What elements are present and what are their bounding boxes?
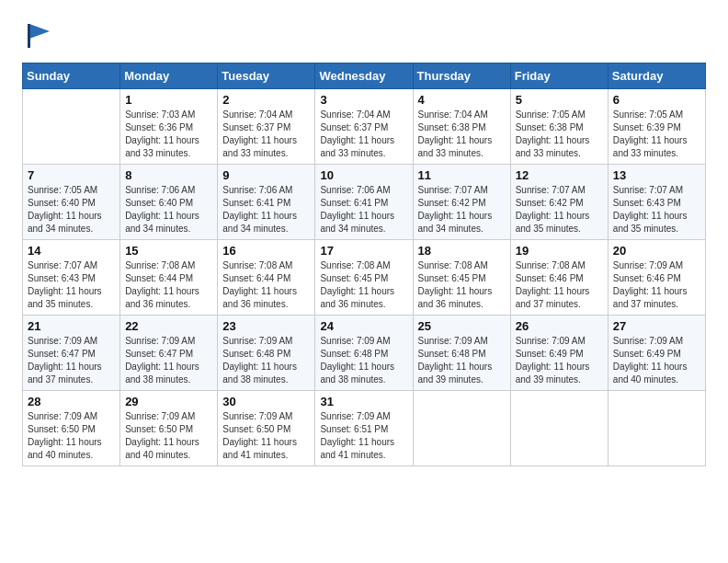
col-header-friday: Friday [510,63,608,89]
day-info: Sunrise: 7:04 AM Sunset: 6:38 PM Dayligh… [418,109,506,160]
day-info: Sunrise: 7:05 AM Sunset: 6:38 PM Dayligh… [516,109,603,160]
day-number: 6 [613,93,700,107]
day-cell: 9Sunrise: 7:06 AM Sunset: 6:41 PM Daylig… [218,165,315,240]
day-cell: 2Sunrise: 7:04 AM Sunset: 6:37 PM Daylig… [218,89,315,165]
day-cell: 10Sunrise: 7:06 AM Sunset: 6:41 PM Dayli… [315,165,413,240]
day-number: 27 [613,319,700,333]
day-cell: 5Sunrise: 7:05 AM Sunset: 6:38 PM Daylig… [510,89,608,165]
col-header-monday: Monday [120,63,218,89]
day-number: 30 [222,395,310,408]
day-number: 4 [418,93,506,107]
day-info: Sunrise: 7:09 AM Sunset: 6:47 PM Dayligh… [125,335,212,386]
day-info: Sunrise: 7:07 AM Sunset: 6:42 PM Dayligh… [516,184,603,236]
day-cell: 27Sunrise: 7:09 AM Sunset: 6:49 PM Dayli… [608,316,705,391]
day-info: Sunrise: 7:09 AM Sunset: 6:50 PM Dayligh… [125,410,212,462]
day-info: Sunrise: 7:08 AM Sunset: 6:45 PM Dayligh… [320,259,407,311]
logo [22,18,59,52]
day-number: 15 [125,244,212,258]
day-number: 21 [28,319,115,333]
page: SundayMondayTuesdayWednesdayThursdayFrid… [0,0,728,563]
day-number: 5 [516,93,603,107]
day-number: 9 [222,168,310,182]
day-cell: 23Sunrise: 7:09 AM Sunset: 6:48 PM Dayli… [218,316,315,391]
header [22,18,706,52]
day-cell: 30Sunrise: 7:09 AM Sunset: 6:50 PM Dayli… [218,391,315,466]
day-cell: 3Sunrise: 7:04 AM Sunset: 6:37 PM Daylig… [315,89,413,165]
day-info: Sunrise: 7:09 AM Sunset: 6:48 PM Dayligh… [320,335,407,386]
calendar-table: SundayMondayTuesdayWednesdayThursdayFrid… [22,63,706,466]
header-row: SundayMondayTuesdayWednesdayThursdayFrid… [23,63,706,89]
day-cell: 31Sunrise: 7:09 AM Sunset: 6:51 PM Dayli… [315,391,413,466]
day-cell [608,391,705,466]
week-row-0: 1Sunrise: 7:03 AM Sunset: 6:36 PM Daylig… [23,89,706,165]
day-number: 12 [516,168,603,182]
day-cell: 8Sunrise: 7:06 AM Sunset: 6:40 PM Daylig… [120,165,218,240]
day-cell: 18Sunrise: 7:08 AM Sunset: 6:45 PM Dayli… [413,240,510,316]
day-number: 22 [125,319,212,333]
day-number: 1 [125,93,212,107]
day-cell: 21Sunrise: 7:09 AM Sunset: 6:47 PM Dayli… [23,316,120,391]
day-cell [510,391,608,466]
day-info: Sunrise: 7:09 AM Sunset: 6:50 PM Dayligh… [28,410,115,462]
day-number: 11 [418,168,506,182]
week-row-4: 28Sunrise: 7:09 AM Sunset: 6:50 PM Dayli… [23,391,706,466]
day-number: 16 [222,244,310,258]
col-header-wednesday: Wednesday [315,63,413,89]
day-cell [23,89,120,165]
day-number: 20 [613,244,700,258]
day-cell: 14Sunrise: 7:07 AM Sunset: 6:43 PM Dayli… [23,240,120,316]
day-number: 19 [516,244,603,258]
day-info: Sunrise: 7:07 AM Sunset: 6:43 PM Dayligh… [613,184,700,236]
week-row-2: 14Sunrise: 7:07 AM Sunset: 6:43 PM Dayli… [23,240,706,316]
day-info: Sunrise: 7:05 AM Sunset: 6:40 PM Dayligh… [28,184,115,236]
day-info: Sunrise: 7:09 AM Sunset: 6:49 PM Dayligh… [613,335,700,386]
day-info: Sunrise: 7:09 AM Sunset: 6:49 PM Dayligh… [516,335,603,386]
day-info: Sunrise: 7:09 AM Sunset: 6:46 PM Dayligh… [613,259,700,311]
day-number: 18 [418,244,506,258]
day-info: Sunrise: 7:07 AM Sunset: 6:42 PM Dayligh… [418,184,506,236]
day-info: Sunrise: 7:09 AM Sunset: 6:48 PM Dayligh… [222,335,310,386]
day-info: Sunrise: 7:04 AM Sunset: 6:37 PM Dayligh… [320,109,407,160]
day-number: 24 [320,319,407,333]
day-info: Sunrise: 7:04 AM Sunset: 6:37 PM Dayligh… [222,109,310,160]
day-cell: 20Sunrise: 7:09 AM Sunset: 6:46 PM Dayli… [608,240,705,316]
day-number: 25 [418,319,506,333]
day-info: Sunrise: 7:08 AM Sunset: 6:45 PM Dayligh… [418,259,506,311]
day-cell: 15Sunrise: 7:08 AM Sunset: 6:44 PM Dayli… [120,240,218,316]
day-cell [413,391,510,466]
day-info: Sunrise: 7:09 AM Sunset: 6:51 PM Dayligh… [320,410,407,462]
day-info: Sunrise: 7:08 AM Sunset: 6:44 PM Dayligh… [125,259,212,311]
svg-marker-0 [29,24,50,39]
day-cell: 1Sunrise: 7:03 AM Sunset: 6:36 PM Daylig… [120,89,218,165]
day-cell: 19Sunrise: 7:08 AM Sunset: 6:46 PM Dayli… [510,240,608,316]
day-info: Sunrise: 7:08 AM Sunset: 6:44 PM Dayligh… [222,259,310,311]
week-row-1: 7Sunrise: 7:05 AM Sunset: 6:40 PM Daylig… [23,165,706,240]
day-cell: 29Sunrise: 7:09 AM Sunset: 6:50 PM Dayli… [120,391,218,466]
day-number: 8 [125,168,212,182]
day-info: Sunrise: 7:08 AM Sunset: 6:46 PM Dayligh… [516,259,603,311]
svg-rect-1 [28,24,30,48]
col-header-thursday: Thursday [413,63,510,89]
col-header-tuesday: Tuesday [218,63,315,89]
col-header-saturday: Saturday [608,63,705,89]
day-info: Sunrise: 7:06 AM Sunset: 6:41 PM Dayligh… [222,184,310,236]
day-cell: 4Sunrise: 7:04 AM Sunset: 6:38 PM Daylig… [413,89,510,165]
day-cell: 28Sunrise: 7:09 AM Sunset: 6:50 PM Dayli… [23,391,120,466]
day-cell: 22Sunrise: 7:09 AM Sunset: 6:47 PM Dayli… [120,316,218,391]
day-number: 23 [222,319,310,333]
day-info: Sunrise: 7:09 AM Sunset: 6:50 PM Dayligh… [222,410,310,462]
day-number: 14 [28,244,115,258]
day-cell: 16Sunrise: 7:08 AM Sunset: 6:44 PM Dayli… [218,240,315,316]
week-row-3: 21Sunrise: 7:09 AM Sunset: 6:47 PM Dayli… [23,316,706,391]
day-number: 17 [320,244,407,258]
day-info: Sunrise: 7:05 AM Sunset: 6:39 PM Dayligh… [613,109,700,160]
day-info: Sunrise: 7:07 AM Sunset: 6:43 PM Dayligh… [28,259,115,311]
day-number: 7 [28,168,115,182]
day-cell: 13Sunrise: 7:07 AM Sunset: 6:43 PM Dayli… [608,165,705,240]
day-number: 3 [320,93,407,107]
day-info: Sunrise: 7:06 AM Sunset: 6:41 PM Dayligh… [320,184,407,236]
day-number: 28 [28,395,115,408]
day-number: 10 [320,168,407,182]
day-number: 2 [222,93,310,107]
day-cell: 12Sunrise: 7:07 AM Sunset: 6:42 PM Dayli… [510,165,608,240]
